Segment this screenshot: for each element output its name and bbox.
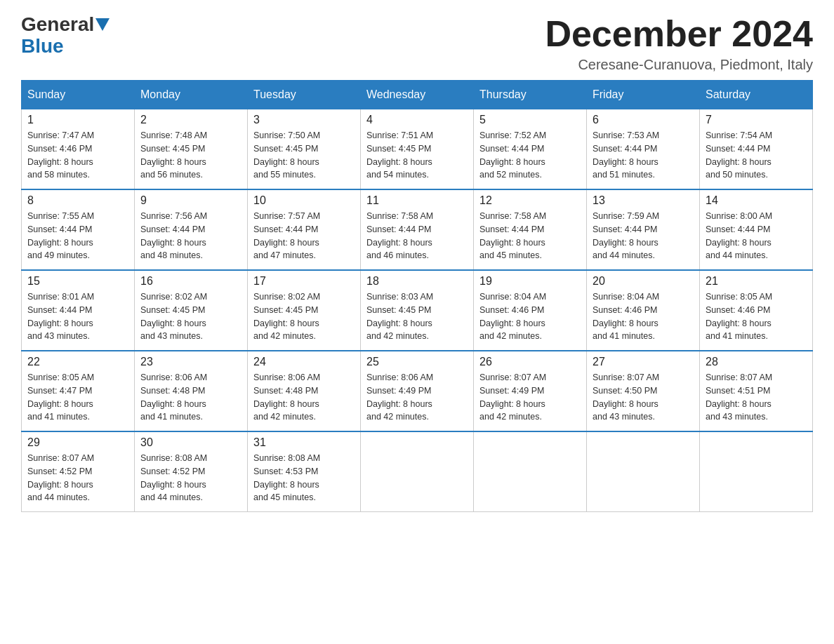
calendar-week-row: 22 Sunrise: 8:05 AMSunset: 4:47 PMDaylig…	[22, 351, 813, 431]
calendar-cell: 19 Sunrise: 8:04 AMSunset: 4:46 PMDaylig…	[474, 270, 587, 351]
calendar-header-row: SundayMondayTuesdayWednesdayThursdayFrid…	[22, 81, 813, 109]
weekday-header-sunday: Sunday	[22, 81, 135, 109]
calendar-cell: 23 Sunrise: 8:06 AMSunset: 4:48 PMDaylig…	[135, 351, 248, 431]
day-info: Sunrise: 7:59 AMSunset: 4:44 PMDaylight:…	[593, 211, 659, 260]
day-info: Sunrise: 8:02 AMSunset: 4:45 PMDaylight:…	[140, 292, 207, 341]
day-info: Sunrise: 7:53 AMSunset: 4:44 PMDaylight:…	[593, 130, 659, 180]
calendar-cell: 27 Sunrise: 8:07 AMSunset: 4:50 PMDaylig…	[587, 351, 700, 431]
day-number: 28	[706, 356, 807, 368]
day-number: 21	[706, 275, 807, 288]
calendar-cell	[587, 431, 700, 512]
day-info: Sunrise: 8:07 AMSunset: 4:52 PMDaylight:…	[27, 453, 94, 502]
calendar-cell: 28 Sunrise: 8:07 AMSunset: 4:51 PMDaylig…	[700, 351, 813, 431]
day-info: Sunrise: 7:47 AMSunset: 4:46 PMDaylight:…	[27, 130, 94, 180]
calendar-cell: 22 Sunrise: 8:05 AMSunset: 4:47 PMDaylig…	[22, 351, 135, 431]
calendar-week-row: 8 Sunrise: 7:55 AMSunset: 4:44 PMDayligh…	[22, 189, 813, 270]
day-number: 22	[27, 356, 128, 368]
day-number: 13	[593, 194, 694, 207]
calendar-cell: 3 Sunrise: 7:50 AMSunset: 4:45 PMDayligh…	[248, 109, 361, 189]
day-info: Sunrise: 8:05 AMSunset: 4:46 PMDaylight:…	[706, 292, 772, 341]
day-number: 16	[140, 275, 241, 288]
day-number: 5	[479, 114, 581, 126]
day-number: 24	[253, 356, 355, 368]
day-info: Sunrise: 7:55 AMSunset: 4:44 PMDaylight:…	[27, 211, 94, 260]
calendar-week-row: 29 Sunrise: 8:07 AMSunset: 4:52 PMDaylig…	[22, 431, 813, 512]
calendar-week-row: 1 Sunrise: 7:47 AMSunset: 4:46 PMDayligh…	[22, 109, 813, 189]
calendar-cell: 8 Sunrise: 7:55 AMSunset: 4:44 PMDayligh…	[22, 189, 135, 270]
calendar-cell: 6 Sunrise: 7:53 AMSunset: 4:44 PMDayligh…	[587, 109, 700, 189]
day-info: Sunrise: 8:07 AMSunset: 4:51 PMDaylight:…	[706, 373, 772, 422]
calendar-cell: 12 Sunrise: 7:58 AMSunset: 4:44 PMDaylig…	[474, 189, 587, 270]
calendar-cell: 13 Sunrise: 7:59 AMSunset: 4:44 PMDaylig…	[587, 189, 700, 270]
day-number: 19	[479, 275, 581, 288]
calendar-cell: 7 Sunrise: 7:54 AMSunset: 4:44 PMDayligh…	[700, 109, 813, 189]
day-info: Sunrise: 7:52 AMSunset: 4:44 PMDaylight:…	[479, 130, 546, 180]
day-number: 17	[253, 275, 355, 288]
calendar-cell: 10 Sunrise: 7:57 AMSunset: 4:44 PMDaylig…	[248, 189, 361, 270]
day-info: Sunrise: 8:04 AMSunset: 4:46 PMDaylight:…	[593, 292, 659, 341]
day-number: 14	[706, 194, 807, 207]
day-info: Sunrise: 8:05 AMSunset: 4:47 PMDaylight:…	[27, 373, 94, 422]
day-number: 9	[140, 194, 241, 207]
day-info: Sunrise: 8:01 AMSunset: 4:44 PMDaylight:…	[27, 292, 94, 341]
day-info: Sunrise: 7:54 AMSunset: 4:44 PMDaylight:…	[706, 130, 772, 180]
day-number: 31	[253, 436, 355, 449]
day-number: 1	[27, 114, 128, 126]
day-info: Sunrise: 7:58 AMSunset: 4:44 PMDaylight:…	[366, 211, 433, 260]
day-number: 3	[253, 114, 355, 126]
day-info: Sunrise: 8:06 AMSunset: 4:49 PMDaylight:…	[366, 373, 433, 422]
calendar-cell: 4 Sunrise: 7:51 AMSunset: 4:45 PMDayligh…	[361, 109, 474, 189]
day-number: 25	[366, 356, 468, 368]
day-number: 20	[593, 275, 694, 288]
calendar-cell: 15 Sunrise: 8:01 AMSunset: 4:44 PMDaylig…	[22, 270, 135, 351]
day-info: Sunrise: 8:07 AMSunset: 4:50 PMDaylight:…	[593, 373, 659, 422]
day-info: Sunrise: 8:07 AMSunset: 4:49 PMDaylight:…	[479, 373, 546, 422]
day-info: Sunrise: 8:04 AMSunset: 4:46 PMDaylight:…	[479, 292, 546, 341]
day-info: Sunrise: 8:06 AMSunset: 4:48 PMDaylight:…	[140, 373, 207, 422]
month-year-title: December 2024	[545, 14, 813, 54]
day-number: 8	[27, 194, 128, 207]
calendar-cell: 30 Sunrise: 8:08 AMSunset: 4:52 PMDaylig…	[135, 431, 248, 512]
day-info: Sunrise: 8:06 AMSunset: 4:48 PMDaylight:…	[253, 373, 320, 422]
day-info: Sunrise: 8:00 AMSunset: 4:44 PMDaylight:…	[706, 211, 772, 260]
day-info: Sunrise: 8:08 AMSunset: 4:52 PMDaylight:…	[140, 453, 207, 502]
day-number: 18	[366, 275, 468, 288]
calendar-cell: 9 Sunrise: 7:56 AMSunset: 4:44 PMDayligh…	[135, 189, 248, 270]
day-number: 11	[366, 194, 468, 207]
logo-general-text: General	[21, 14, 94, 36]
day-info: Sunrise: 7:56 AMSunset: 4:44 PMDaylight:…	[140, 211, 207, 260]
day-number: 2	[140, 114, 241, 126]
calendar-cell: 16 Sunrise: 8:02 AMSunset: 4:45 PMDaylig…	[135, 270, 248, 351]
calendar-cell: 2 Sunrise: 7:48 AMSunset: 4:45 PMDayligh…	[135, 109, 248, 189]
title-area: December 2024 Ceresane-Curanuova, Piedmo…	[545, 14, 813, 73]
calendar-table: SundayMondayTuesdayWednesdayThursdayFrid…	[21, 80, 813, 512]
calendar-cell: 1 Sunrise: 7:47 AMSunset: 4:46 PMDayligh…	[22, 109, 135, 189]
day-number: 10	[253, 194, 355, 207]
day-info: Sunrise: 7:58 AMSunset: 4:44 PMDaylight:…	[479, 211, 546, 260]
calendar-cell: 25 Sunrise: 8:06 AMSunset: 4:49 PMDaylig…	[361, 351, 474, 431]
calendar-cell: 24 Sunrise: 8:06 AMSunset: 4:48 PMDaylig…	[248, 351, 361, 431]
weekday-header-wednesday: Wednesday	[361, 81, 474, 109]
day-number: 27	[593, 356, 694, 368]
day-number: 29	[27, 436, 128, 449]
calendar-cell: 20 Sunrise: 8:04 AMSunset: 4:46 PMDaylig…	[587, 270, 700, 351]
calendar-cell	[474, 431, 587, 512]
day-number: 7	[706, 114, 807, 126]
calendar-cell	[700, 431, 813, 512]
day-number: 12	[479, 194, 581, 207]
calendar-cell: 26 Sunrise: 8:07 AMSunset: 4:49 PMDaylig…	[474, 351, 587, 431]
calendar-cell: 5 Sunrise: 7:52 AMSunset: 4:44 PMDayligh…	[474, 109, 587, 189]
calendar-week-row: 15 Sunrise: 8:01 AMSunset: 4:44 PMDaylig…	[22, 270, 813, 351]
day-number: 23	[140, 356, 241, 368]
calendar-cell	[361, 431, 474, 512]
day-info: Sunrise: 7:48 AMSunset: 4:45 PMDaylight:…	[140, 130, 207, 180]
calendar-cell: 17 Sunrise: 8:02 AMSunset: 4:45 PMDaylig…	[248, 270, 361, 351]
calendar-cell: 31 Sunrise: 8:08 AMSunset: 4:53 PMDaylig…	[248, 431, 361, 512]
day-number: 30	[140, 436, 241, 449]
day-info: Sunrise: 7:57 AMSunset: 4:44 PMDaylight:…	[253, 211, 320, 260]
weekday-header-friday: Friday	[587, 81, 700, 109]
day-number: 6	[593, 114, 694, 126]
day-info: Sunrise: 7:50 AMSunset: 4:45 PMDaylight:…	[253, 130, 320, 180]
calendar-cell: 14 Sunrise: 8:00 AMSunset: 4:44 PMDaylig…	[700, 189, 813, 270]
weekday-header-saturday: Saturday	[700, 81, 813, 109]
